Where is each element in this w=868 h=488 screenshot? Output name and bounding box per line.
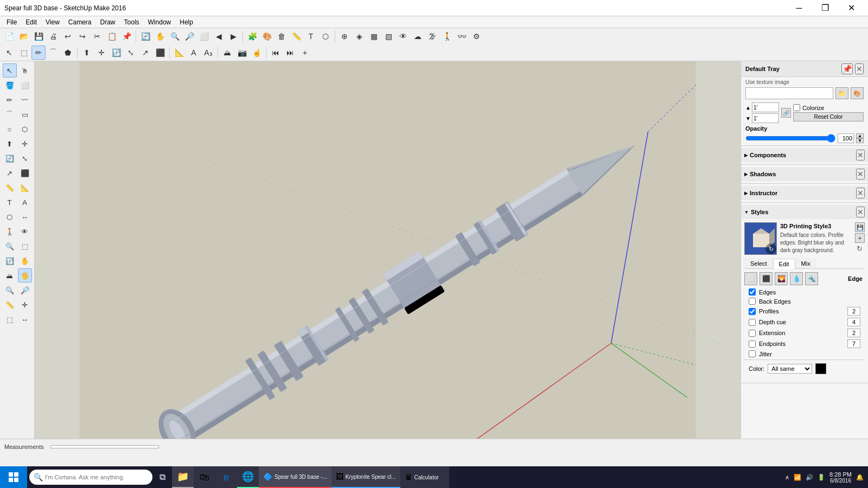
tab-mix[interactable]: Mix [795, 258, 816, 268]
lt-orbit[interactable]: 🔃 [3, 254, 17, 268]
jitter-checkbox[interactable] [749, 350, 756, 357]
tray-up-arrow[interactable]: ∧ [785, 474, 789, 481]
lt-look[interactable]: 👁 [18, 224, 32, 239]
lt-erase[interactable]: ⬜ [18, 78, 32, 92]
tb-offset[interactable]: ⬛ [153, 46, 167, 60]
style-edge-btn[interactable]: ⬛ [760, 272, 773, 285]
menu-file[interactable]: File [2, 17, 21, 27]
components-header[interactable]: ▶ Components ✕ [741, 148, 868, 162]
tb-open[interactable]: 📂 [17, 29, 31, 43]
lt-zoom-window[interactable]: ⬚ [18, 239, 32, 253]
tb-redo[interactable]: ↪ [75, 29, 90, 43]
tb-add-scene[interactable]: + [298, 46, 312, 60]
components-close[interactable]: ✕ [856, 150, 865, 160]
tb-measure[interactable]: 📏 [289, 29, 303, 43]
edges-checkbox[interactable] [749, 288, 756, 296]
tb-scene-prev[interactable]: ⏮ [269, 46, 283, 60]
tb-arc[interactable]: ⌒ [46, 46, 60, 60]
opacity-slider[interactable] [745, 134, 835, 143]
tb-prev-view[interactable]: ◀ [212, 29, 226, 43]
lt-push-pull[interactable]: ⬆ [3, 137, 17, 151]
size-w-input[interactable] [752, 102, 779, 112]
style-save-btn[interactable]: 💾 [855, 222, 865, 232]
tb-follow-me[interactable]: ↗ [138, 46, 152, 60]
lt-zoom-extent[interactable]: 🔎 [18, 283, 32, 297]
tb-print[interactable]: 🖨 [46, 29, 60, 43]
tb-sandbox[interactable]: ⛰ [220, 46, 234, 60]
lt-move[interactable]: ✛ [18, 137, 32, 151]
lt-zoom[interactable]: 🔍 [3, 239, 17, 253]
lt-arc[interactable]: ⌒ [3, 107, 17, 121]
reset-color-btn[interactable]: Reset Color [793, 112, 864, 121]
color-select[interactable]: All same By material By axis [768, 364, 812, 374]
tb-hidden-geo[interactable]: ◈ [352, 29, 366, 43]
style-model-btn[interactable]: 🔩 [805, 272, 818, 285]
style-refresh-btn[interactable]: ↻ [855, 244, 864, 253]
tb-scale[interactable]: ⤡ [124, 46, 138, 60]
lt-text[interactable]: T [3, 195, 17, 209]
tb-push-pull[interactable]: ⬆ [80, 46, 94, 60]
lt-rect[interactable]: ▭ [18, 107, 32, 121]
depth-cue-checkbox[interactable] [749, 319, 756, 326]
lt-cursor-r[interactable]: ✛ [18, 298, 32, 312]
lt-3dtext[interactable]: A [18, 195, 32, 209]
tb-next-view[interactable]: ▶ [226, 29, 240, 43]
tb-zoom[interactable]: 🔍 [168, 29, 182, 43]
menu-tools[interactable]: Tools [120, 17, 144, 27]
panel-close-btn[interactable]: ✕ [855, 63, 864, 74]
lt-misc1[interactable]: ⬚ [3, 312, 17, 326]
lt-offset[interactable]: ⬛ [18, 166, 32, 180]
tb-scene-next[interactable]: ⏭ [283, 46, 297, 60]
tb-select[interactable]: ↖ [2, 46, 16, 60]
taskbar-store[interactable]: 🛍 [194, 466, 215, 488]
lt-sandbox[interactable]: ⛰ [3, 268, 17, 282]
lt-follow-me[interactable]: ↗ [3, 166, 17, 180]
clock[interactable]: 8:28 PM 6/8/2016 [829, 471, 852, 484]
instructor-header[interactable]: ▶ Instructor ✕ [741, 186, 868, 200]
menu-help[interactable]: Help [175, 17, 197, 27]
tb-undo[interactable]: ↩ [61, 29, 75, 43]
lt-misc2[interactable]: ↔ [18, 312, 32, 326]
menu-camera[interactable]: Camera [64, 17, 96, 27]
task-view-btn[interactable]: ⧉ [152, 466, 172, 488]
tb-photo[interactable]: 📷 [235, 46, 249, 60]
tb-pencil[interactable]: ✏ [31, 46, 46, 60]
tray-volume[interactable]: 🔊 [806, 474, 813, 481]
lt-section-plane[interactable]: ⬡ [3, 210, 17, 224]
tb-text2[interactable]: A [187, 46, 201, 60]
styles-header[interactable]: ▼ Styles ✕ [741, 205, 868, 219]
colorize-check[interactable] [793, 104, 800, 111]
opacity-down[interactable]: ▼ [856, 138, 864, 143]
style-face-btn[interactable]: ⬜ [744, 272, 757, 285]
styles-close[interactable]: ✕ [856, 207, 865, 217]
tb-pan[interactable]: ✋ [153, 29, 167, 43]
tb-zoom-window[interactable]: 🔎 [182, 29, 196, 43]
opacity-value[interactable] [838, 133, 854, 143]
taskbar-file-explorer[interactable]: 📁 [172, 466, 194, 488]
tb-paint[interactable]: 🎨 [260, 29, 274, 43]
tb-new[interactable]: 📄 [2, 29, 16, 43]
tb-lasso[interactable]: ⬚ [17, 46, 31, 60]
lt-scale[interactable]: ⤡ [18, 151, 32, 165]
menu-draw[interactable]: Draw [96, 17, 120, 27]
texture-browse-btn[interactable]: 📁 [835, 87, 848, 99]
tb-3d-text[interactable]: A₃ [201, 46, 215, 60]
tb-shadow[interactable]: ☁ [411, 29, 425, 43]
tb-section-cut[interactable]: ▧ [381, 29, 395, 43]
tb-zoom-extents[interactable]: ⬜ [197, 29, 211, 43]
tb-fog[interactable]: 🌫 [425, 29, 439, 43]
lt-rotate[interactable]: 🔄 [3, 151, 17, 165]
lt-zoom3[interactable]: 🔍 [3, 283, 17, 297]
tb-section-plane[interactable]: ⬡ [318, 29, 333, 43]
cortana-input[interactable] [45, 474, 148, 480]
back-edges-checkbox[interactable] [749, 298, 756, 305]
taskbar-chrome[interactable]: 🌐 [237, 466, 259, 488]
lt-paint-bucket[interactable]: 🪣 [3, 78, 17, 92]
shadows-close[interactable]: ✕ [856, 169, 865, 179]
menu-edit[interactable]: Edit [21, 17, 41, 27]
lt-select[interactable]: ↖ [3, 63, 17, 78]
extension-checkbox[interactable] [749, 330, 756, 337]
shadows-header[interactable]: ▶ Shadows ✕ [741, 167, 868, 181]
minimize-button[interactable]: ─ [787, 0, 812, 16]
lt-dim[interactable]: ↔ [18, 210, 32, 224]
